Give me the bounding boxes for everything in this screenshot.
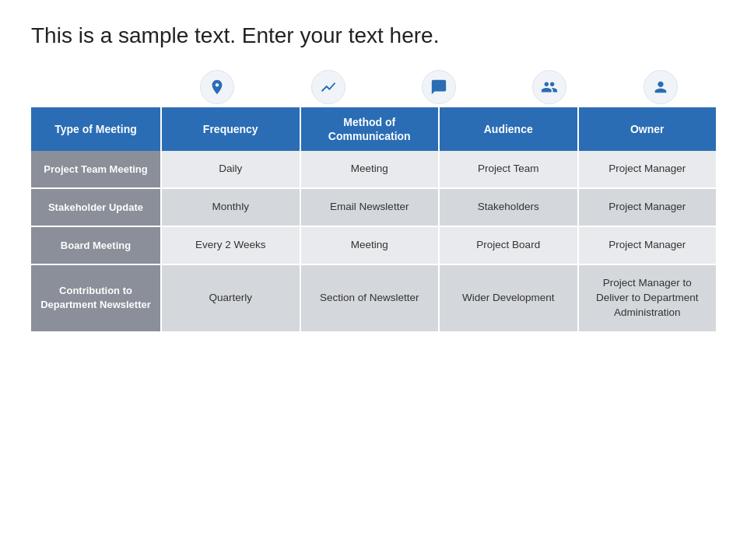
table-row: Board Meeting Every 2 Weeks Meeting Proj… <box>31 227 716 265</box>
cell-method-2: Email Newsletter <box>301 189 440 226</box>
cell-owner-3: Project Manager <box>579 227 717 264</box>
header-owner: Owner <box>579 107 717 151</box>
header-method: Method ofCommunication <box>301 107 440 151</box>
cell-frequency-4: Quarterly <box>162 265 301 331</box>
icon-cell-1 <box>162 70 272 107</box>
cell-frequency-1: Daily <box>162 151 301 187</box>
communication-table: Type of Meeting Frequency Method ofCommu… <box>31 70 716 331</box>
header-audience: Audience <box>440 107 579 151</box>
person-icon <box>644 70 678 104</box>
cell-method-3: Meeting <box>301 227 440 264</box>
icon-cell-2 <box>272 70 383 107</box>
header-frequency: Frequency <box>162 107 301 151</box>
cell-audience-1: Project Team <box>440 151 579 187</box>
handshake-icon <box>200 70 234 104</box>
cell-frequency-2: Monthly <box>162 189 301 226</box>
page-title: This is a sample text. Enter your text h… <box>31 23 716 48</box>
cell-type-1: Project Team Meeting <box>31 151 162 187</box>
table-header: Type of Meeting Frequency Method ofCommu… <box>31 107 716 151</box>
cell-audience-4: Wider Development <box>440 265 579 331</box>
table-row: Contribution to Department Newsletter Qu… <box>31 265 716 331</box>
cell-type-3: Board Meeting <box>31 227 162 264</box>
message-icon <box>422 70 456 104</box>
icon-cell-5 <box>605 70 716 107</box>
table-row: Project Team Meeting Daily Meeting Proje… <box>31 151 716 189</box>
cell-method-1: Meeting <box>301 151 440 187</box>
cell-type-4: Contribution to Department Newsletter <box>31 265 162 331</box>
page: This is a sample text. Enter your text h… <box>0 0 747 560</box>
cell-frequency-3: Every 2 Weeks <box>162 227 301 264</box>
cell-owner-2: Project Manager <box>579 189 717 226</box>
table-row: Stakeholder Update Monthly Email Newslet… <box>31 189 716 227</box>
chart-trend-icon <box>311 70 345 104</box>
cell-method-4: Section of Newsletter <box>301 265 440 331</box>
cell-owner-1: Project Manager <box>579 151 717 187</box>
icon-row <box>162 70 716 107</box>
cell-type-2: Stakeholder Update <box>31 189 162 226</box>
header-type: Type of Meeting <box>31 107 162 151</box>
cell-audience-3: Project Board <box>440 227 579 264</box>
icon-cell-3 <box>384 70 494 107</box>
cell-owner-4: Project Manager to Deliver to Department… <box>579 265 717 331</box>
icon-cell-4 <box>494 70 605 107</box>
cell-audience-2: Stakeholders <box>440 189 579 226</box>
group-people-icon <box>532 70 566 104</box>
